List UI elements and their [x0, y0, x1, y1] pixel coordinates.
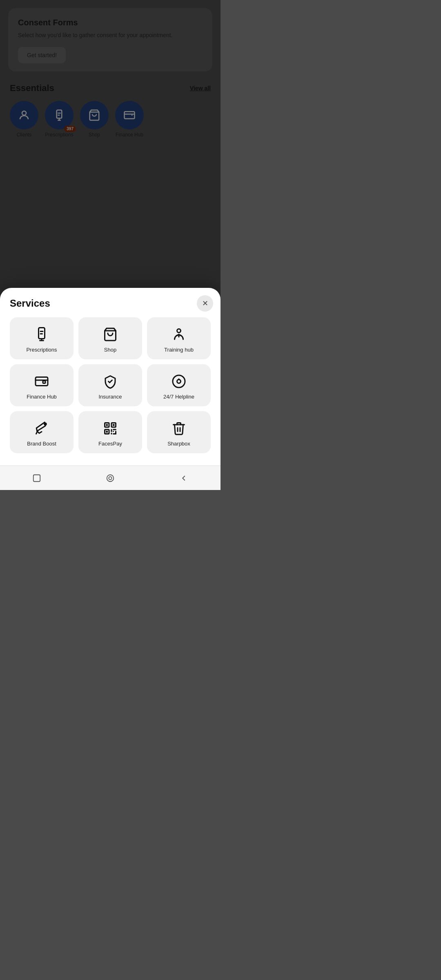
svg-rect-28	[33, 474, 40, 481]
svg-rect-21	[106, 431, 108, 433]
sharpbox-service-icon	[171, 420, 187, 437]
service-sharpbox[interactable]: Sharpbox	[147, 411, 211, 453]
svg-point-15	[45, 423, 47, 425]
brand-boost-service-icon	[33, 420, 50, 437]
services-modal: ✕ Services Prescriptions	[0, 288, 220, 466]
nav-home-button[interactable]	[104, 472, 116, 484]
svg-rect-19	[106, 424, 108, 426]
insurance-service-icon	[102, 373, 118, 390]
svg-point-13	[177, 380, 181, 383]
service-shop[interactable]: Shop	[78, 317, 142, 359]
svg-point-30	[109, 477, 111, 479]
close-modal-button[interactable]: ✕	[197, 295, 213, 312]
service-brand-boost[interactable]: Brand Boost	[10, 411, 74, 453]
shop-service-icon	[102, 326, 118, 343]
prescriptions-service-label: Prescriptions	[26, 347, 57, 353]
faces-pay-service-label: FacesPay	[98, 441, 122, 447]
helpline-service-label: 24/7 Helpline	[163, 394, 194, 400]
training-service-icon	[171, 326, 187, 343]
service-insurance[interactable]: Insurance	[78, 364, 142, 406]
svg-point-8	[177, 329, 181, 333]
nav-square-button[interactable]	[31, 472, 43, 484]
faces-pay-service-icon	[102, 420, 118, 437]
training-hub-label: Training hub	[164, 347, 194, 353]
helpline-service-icon	[171, 373, 187, 390]
service-prescriptions[interactable]: Prescriptions	[10, 317, 74, 359]
navigation-bar	[0, 466, 220, 490]
svg-rect-10	[43, 381, 45, 383]
finance-hub-service-icon	[33, 373, 50, 390]
service-helpline[interactable]: 24/7 Helpline	[147, 364, 211, 406]
finance-hub-service-label: Finance Hub	[27, 394, 57, 400]
brand-boost-service-label: Brand Boost	[27, 441, 56, 447]
modal-title: Services	[10, 298, 211, 309]
service-faces-pay[interactable]: FacesPay	[78, 411, 142, 453]
sharpbox-service-label: Sharpbox	[167, 441, 190, 447]
service-finance-hub[interactable]: Finance Hub	[10, 364, 74, 406]
prescriptions-service-icon	[33, 326, 50, 343]
svg-point-12	[173, 375, 185, 388]
svg-point-29	[107, 474, 114, 481]
nav-back-button[interactable]	[178, 472, 190, 484]
service-training-hub[interactable]: Training hub	[147, 317, 211, 359]
insurance-service-label: Insurance	[98, 394, 122, 400]
shop-service-label: Shop	[104, 347, 116, 353]
svg-rect-20	[113, 424, 115, 426]
services-grid: Prescriptions Shop	[10, 317, 211, 453]
